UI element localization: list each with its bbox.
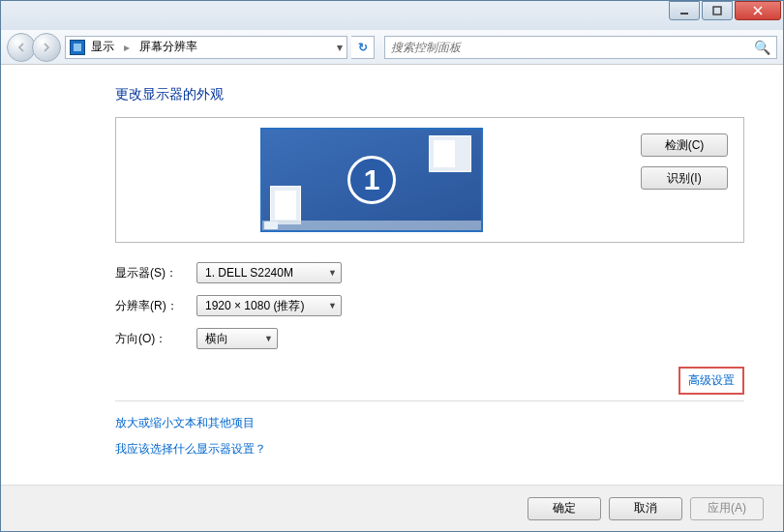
advanced-settings-link[interactable]: 高级设置 <box>678 367 744 395</box>
display-value: 1. DELL S2240M <box>205 266 293 280</box>
display-settings-form: 显示器(S)： 1. DELL S2240M ▼ 分辨率(R)： 1920 × … <box>115 262 744 349</box>
text-size-link[interactable]: 放大或缩小文本和其他项目 <box>115 415 744 431</box>
identify-button[interactable]: 识别(I) <box>641 166 728 190</box>
orientation-row: 方向(O)： 横向 ▼ <box>115 328 744 349</box>
chevron-down-icon: ▼ <box>328 268 337 278</box>
refresh-icon: ↻ <box>358 41 368 54</box>
close-button[interactable] <box>735 1 781 20</box>
breadcrumb-separator-icon: ▸ <box>124 41 130 54</box>
monitor-preview-area: 1 检测(C) 识别(I) <box>115 117 744 243</box>
search-input[interactable] <box>391 41 754 54</box>
apply-button[interactable]: 应用(A) <box>690 497 764 520</box>
minimize-button[interactable] <box>669 1 700 20</box>
content-area: 更改显示器的外观 1 检测(C) 识别(I) 显示器(S)： 1. DELL S… <box>1 65 783 485</box>
display-label: 显示器(S)： <box>115 265 187 281</box>
maximize-button[interactable] <box>702 1 733 20</box>
svg-rect-1 <box>713 7 721 15</box>
monitor-number: 1 <box>347 156 396 204</box>
ok-button[interactable]: 确定 <box>528 497 601 520</box>
help-links: 放大或缩小文本和其他项目 我应该选择什么显示器设置？ <box>115 415 744 458</box>
bottom-button-bar: 确定 取消 应用(A) <box>1 485 783 531</box>
forward-button[interactable] <box>32 33 61 62</box>
nav-back-forward <box>7 33 61 62</box>
svg-rect-0 <box>680 13 688 15</box>
chevron-down-icon: ▼ <box>264 334 273 343</box>
resolution-dropdown[interactable]: 1920 × 1080 (推荐) ▼ <box>196 295 342 316</box>
forward-arrow-icon <box>41 42 52 53</box>
back-arrow-icon <box>15 42 27 53</box>
chevron-down-icon: ▼ <box>328 301 337 310</box>
monitor-preview[interactable]: 1 <box>124 126 619 234</box>
mini-window-icon <box>429 135 471 172</box>
orientation-dropdown[interactable]: 横向 ▼ <box>196 328 278 349</box>
navbar: 显示 ▸ 屏幕分辨率 ▾ ↻ 🔍 <box>1 30 783 65</box>
address-bar[interactable]: 显示 ▸ 屏幕分辨率 ▾ <box>65 36 347 59</box>
display-dropdown[interactable]: 1. DELL S2240M ▼ <box>196 262 342 283</box>
cancel-button[interactable]: 取消 <box>609 497 682 520</box>
window-controls <box>669 1 781 20</box>
search-icon[interactable]: 🔍 <box>754 40 770 55</box>
resolution-label: 分辨率(R)： <box>115 298 187 314</box>
page-title: 更改显示器的外观 <box>115 86 744 103</box>
breadcrumb-root[interactable]: 显示 <box>91 39 114 55</box>
detect-button[interactable]: 检测(C) <box>641 133 728 157</box>
monitor-desktop-icon: 1 <box>260 128 483 232</box>
monitor-help-link[interactable]: 我应该选择什么显示器设置？ <box>115 441 744 458</box>
mini-window-icon <box>270 186 301 224</box>
refresh-button[interactable]: ↻ <box>351 36 375 59</box>
window: 显示 ▸ 屏幕分辨率 ▾ ↻ 🔍 更改显示器的外观 1 检测 <box>0 0 784 532</box>
search-bar[interactable]: 🔍 <box>384 36 777 59</box>
breadcrumb-current[interactable]: 屏幕分辨率 <box>139 39 197 55</box>
titlebar <box>1 1 783 30</box>
control-panel-icon <box>70 40 85 55</box>
resolution-value: 1920 × 1080 (推荐) <box>205 298 304 314</box>
mini-taskbar-icon <box>262 221 481 230</box>
orientation-label: 方向(O)： <box>115 331 187 347</box>
address-dropdown-icon[interactable]: ▾ <box>337 41 343 54</box>
advanced-row: 高级设置 <box>115 367 744 401</box>
resolution-row: 分辨率(R)： 1920 × 1080 (推荐) ▼ <box>115 295 744 316</box>
monitor-buttons: 检测(C) 识别(I) <box>619 126 736 234</box>
orientation-value: 横向 <box>205 331 228 347</box>
display-row: 显示器(S)： 1. DELL S2240M ▼ <box>115 262 744 283</box>
